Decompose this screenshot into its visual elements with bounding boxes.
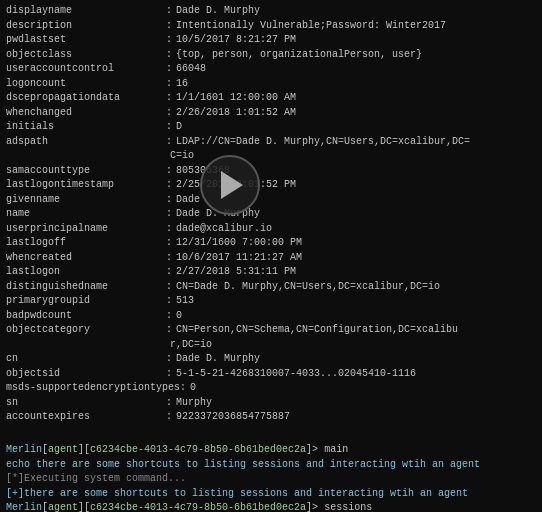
info-row: r,DC=io xyxy=(6,338,536,353)
play-button[interactable] xyxy=(200,155,260,215)
info-val: Dade D. Murphy xyxy=(176,352,260,367)
info-row: displayname : Dade D. Murphy xyxy=(6,4,536,19)
info-val: CN=Person,CN=Schema,CN=Configuration,DC=… xyxy=(176,323,458,338)
info-row: whencreated : 10/6/2017 11:21:27 AM xyxy=(6,251,536,266)
info-key: primarygroupid xyxy=(6,294,166,309)
info-table: displayname : Dade D. Murphy description… xyxy=(6,4,536,425)
play-icon xyxy=(221,171,243,199)
info-row: lastlogontimestamp : 2/25/2018 8:01:52 P… xyxy=(6,178,536,193)
info-val: 2/26/2018 1:01:52 AM xyxy=(176,106,296,121)
info-row: primarygroupid : 513 xyxy=(6,294,536,309)
info-key xyxy=(6,338,166,353)
info-row: description : Intentionally Vulnerable;P… xyxy=(6,19,536,34)
info-val: CN=Dade D. Murphy,CN=Users,DC=xcalibur,D… xyxy=(176,280,440,295)
info-val: 5-1-5-21-4268310007-4033...02045410-1116 xyxy=(176,367,416,382)
info-key: name xyxy=(6,207,166,222)
info-row: pwdlastset : 10/5/2017 8:21:27 PM xyxy=(6,33,536,48)
info-val: 10/6/2017 11:21:27 AM xyxy=(176,251,302,266)
prompt-agent-guid: c6234cbe-4013-4c79-8b50-6b61bed0ec2a xyxy=(90,444,306,455)
info-key: samaccounttype xyxy=(6,164,166,179)
info-key: displayname xyxy=(6,4,166,19)
info-row: logoncount : 16 xyxy=(6,77,536,92)
info-row: lastlogon : 2/27/2018 5:31:11 PM xyxy=(6,265,536,280)
info-val: 2/27/2018 5:31:11 PM xyxy=(176,265,296,280)
info-row: accountexpires : 9223372036854775887 xyxy=(6,410,536,425)
info-key: badpwdcount xyxy=(6,309,166,324)
info-key: whenchanged xyxy=(6,106,166,121)
info-row: dscepropagationdata : 1/1/1601 12:00:00 … xyxy=(6,91,536,106)
info-row: sn : Murphy xyxy=(6,396,536,411)
info-val: Murphy xyxy=(176,396,212,411)
info-key: givenname xyxy=(6,193,166,208)
info-row: distinguishedname : CN=Dade D. Murphy,CN… xyxy=(6,280,536,295)
bracket-info-line: [+]there are some shortcuts to listing s… xyxy=(6,487,536,502)
info-row: userprincipalname : dade@xcalibur.io xyxy=(6,222,536,237)
info-row: objectcategory : CN=Person,CN=Schema,CN=… xyxy=(6,323,536,338)
info-row: msds-supportedencryptiontypes : 0 xyxy=(6,381,536,396)
info-val: 16 xyxy=(176,77,188,92)
prompt-merlin-text: Merlin xyxy=(6,444,42,455)
info-row-initials: initials : D xyxy=(6,120,536,135)
info-row: objectsid : 5-1-5-21-4268310007-4033...0… xyxy=(6,367,536,382)
info-val: LDAP://CN=Dade D. Murphy,CN=Users,DC=xca… xyxy=(176,135,470,150)
info-key: objectclass xyxy=(6,48,166,63)
info-val: C=io xyxy=(170,149,194,164)
info-val: r,DC=io xyxy=(170,338,212,353)
info-key: initials xyxy=(6,120,166,135)
info-val: 513 xyxy=(176,294,194,309)
info-key: accountexpires xyxy=(6,410,166,425)
info-key: pwdlastset xyxy=(6,33,166,48)
info-key: objectcategory xyxy=(6,323,166,338)
blank-line xyxy=(6,429,536,444)
info-val: 0 xyxy=(190,381,196,396)
info-row: C=io xyxy=(6,149,536,164)
info-val: 1/1/1601 12:00:00 AM xyxy=(176,91,296,106)
prompt-agent-id: agent xyxy=(48,444,78,455)
info-key: objectsid xyxy=(6,367,166,382)
info-row: name : Dade D. Murphy xyxy=(6,207,536,222)
cmd-main: main xyxy=(318,444,348,455)
info-row: adspath : LDAP://CN=Dade D. Murphy,CN=Us… xyxy=(6,135,536,150)
info-key: sn xyxy=(6,396,166,411)
executing-text: [*]Executing system command... xyxy=(6,473,186,484)
info-key: lastlogoff xyxy=(6,236,166,251)
info-row: samaccounttype : 805306368 xyxy=(6,164,536,179)
info-key: adspath xyxy=(6,135,166,150)
info-key: description xyxy=(6,19,166,34)
info-row: whenchanged : 2/26/2018 1:01:52 AM xyxy=(6,106,536,121)
info-val: 9223372036854775887 xyxy=(176,410,290,425)
info-row: useraccountcontrol : 66048 xyxy=(6,62,536,77)
info-val: 12/31/1600 7:00:00 PM xyxy=(176,236,302,251)
echo-line: echo there are some shortcuts to listing… xyxy=(6,458,536,473)
info-val: {top, person, organizationalPerson, user… xyxy=(176,48,422,63)
info-row: cn : Dade D. Murphy xyxy=(6,352,536,367)
info-row: lastlogoff : 12/31/1600 7:00:00 PM xyxy=(6,236,536,251)
info-val: 66048 xyxy=(176,62,206,77)
info-key: lastlogontimestamp xyxy=(6,178,166,193)
info-val: Dade xyxy=(176,193,200,208)
info-key xyxy=(6,149,166,164)
info-row: givenname : Dade xyxy=(6,193,536,208)
info-key: cn xyxy=(6,352,166,367)
executing-line: [*]Executing system command... xyxy=(6,472,536,487)
sessions-prompt: Merlin[agent][c6234cbe-4013-4c79-8b50-6b… xyxy=(6,501,536,512)
info-key: whencreated xyxy=(6,251,166,266)
info-val: Intentionally Vulnerable;Password: Winte… xyxy=(176,19,446,34)
info-key: logoncount xyxy=(6,77,166,92)
terminal: displayname : Dade D. Murphy description… xyxy=(0,0,542,512)
info-key: distinguishedname xyxy=(6,280,166,295)
bracket-info-text: [+]there are some shortcuts to listing s… xyxy=(6,488,468,499)
cmd-sessions: sessions xyxy=(318,502,372,512)
info-val: D xyxy=(176,120,182,135)
info-key: lastlogon xyxy=(6,265,166,280)
info-key: userprincipalname xyxy=(6,222,166,237)
info-key: useraccountcontrol xyxy=(6,62,166,77)
info-val: 0 xyxy=(176,309,182,324)
info-val: 10/5/2017 8:21:27 PM xyxy=(176,33,296,48)
info-key: dscepropagationdata xyxy=(6,91,166,106)
echo-text: echo there are some shortcuts to listing… xyxy=(6,459,480,470)
info-val: Dade D. Murphy xyxy=(176,4,260,19)
prompt-main: Merlin[agent][c6234cbe-4013-4c79-8b50-6b… xyxy=(6,443,536,458)
info-row: objectclass : {top, person, organization… xyxy=(6,48,536,63)
info-row: badpwdcount : 0 xyxy=(6,309,536,324)
